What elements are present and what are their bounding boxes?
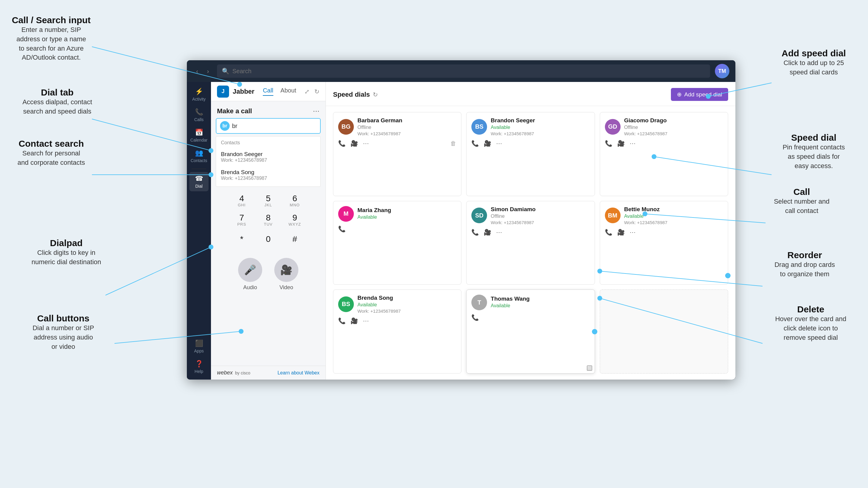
call-icon-simon[interactable]: 📞 [471,229,479,236]
add-speed-dial-icon: ⊕ [677,91,682,98]
sidebar-item-activity[interactable]: ⚡ Activity [189,85,209,104]
contact-name-brenda: Brenda Song [221,169,315,175]
card-status-bettie: Available [624,214,723,219]
search-icon: 🔍 [222,67,229,75]
key-4[interactable]: 4 GHI [231,192,253,210]
video-icon-giacomo[interactable]: 🎥 [617,140,625,147]
contact-item-brandon[interactable]: Brandon Seeger Work: +12345678987 [216,148,320,166]
call-icon-maria[interactable]: 📞 [338,225,346,233]
card-top-thomas: T Thomas Wang Available [471,295,590,310]
call-icon-thomas[interactable]: 📞 [471,314,479,321]
user-avatar[interactable]: TM [715,64,730,78]
ann-body-call: Select number andcall contact [760,197,844,216]
card-name-brandon: Brandon Seeger [491,117,590,124]
key-hash[interactable]: # [284,230,306,248]
ann-title-call-buttons: Call buttons [18,313,108,324]
key-7-number: 7 [239,214,244,222]
nav-call[interactable]: Call [263,87,273,96]
sidebar-item-calls[interactable]: 📞 Calls [189,105,209,125]
call-icon-giacomo[interactable]: 📞 [605,140,613,147]
video-icon-barbara[interactable]: 🎥 [350,140,358,147]
delete-icon-barbara[interactable]: 🗑 [450,140,456,147]
video-icon-brenda[interactable]: 🎥 [350,317,358,324]
cisco-text: by cisco [235,370,250,375]
dialpad: 4 GHI 5 JKL 6 MNO [211,187,326,253]
ann-title-call-search: Call / Search input [6,15,96,25]
sidebar-item-calendar[interactable]: 📅 Calendar [189,126,209,145]
key-star[interactable]: * [231,230,253,248]
annotation-dialpad: Dialpad Click digits to key innumeric di… [24,238,108,267]
video-icon-simon[interactable]: 🎥 [484,229,491,236]
more-icon-brenda[interactable]: ⋯ [363,317,369,324]
ann-title-add-speed-dial: Add speed dial [766,48,862,59]
card-status-brandon: Available [491,125,590,130]
annotation-call-search: Call / Search input Enter a number, SIPa… [6,15,96,62]
search-bar[interactable]: 🔍 [217,64,710,78]
speed-dial-card-bettie: BM Bettie Munoz Available Work: +1234567… [600,201,728,285]
key-9-number: 9 [292,214,297,222]
ann-body-call-search: Enter a number, SIPaddress or type a nam… [6,25,96,62]
video-call-label: Video [279,284,293,291]
avatar-face-brenda: BS [338,296,354,312]
call-icon-brandon[interactable]: 📞 [471,140,479,147]
card-status-barbara: Offline [358,125,456,130]
key-9[interactable]: 9 WXYZ [284,211,306,229]
ann-body-call-buttons: Dial a number or SIPaddress using audioo… [18,324,108,351]
sidebar-item-help[interactable]: ❓ Help [189,357,209,377]
call-icon-brenda[interactable]: 📞 [338,317,346,324]
more-icon-simon[interactable]: ⋯ [496,229,502,236]
app-nav: Call About [263,87,296,96]
contact-item-brenda[interactable]: Brenda Song Work: +12345678987 [216,166,320,184]
more-icon-giacomo[interactable]: ⋯ [629,140,636,147]
speed-dial-grid: BG Barbara German Offline Work: +1234567… [326,106,735,380]
calendar-icon: 📅 [195,129,203,136]
nav-about[interactable]: About [281,87,296,96]
key-0-number: 0 [266,235,271,243]
card-phone-barbara: Work: +12345678987 [358,131,456,136]
activity-icon: ⚡ [195,88,203,96]
speed-dial-card-barbara: BG Barbara German Offline Work: +1234567… [333,112,461,196]
speed-dial-card-thomas: T Thomas Wang Available 📞 [466,290,595,373]
search-input[interactable] [232,68,705,75]
key-7-letters: PRS [237,222,246,227]
speed-dials-refresh-icon[interactable]: ↻ [373,91,378,98]
sidebar-item-apps[interactable]: ⬛ Apps [189,337,209,356]
more-icon-brandon[interactable]: ⋯ [496,140,502,147]
key-5[interactable]: 5 JKL [257,192,279,210]
more-icon-bettie[interactable]: ⋯ [629,229,636,236]
forward-arrow[interactable]: › [204,67,212,75]
refresh-ctrl-icon[interactable]: ↻ [314,88,319,95]
card-phone-brandon: Work: +12345678987 [491,131,590,136]
add-speed-dial-button[interactable]: ⊕ Add speed dial [671,88,728,101]
dial-input[interactable] [232,123,316,130]
card-actions-giacomo: 📞 🎥 ⋯ [605,140,723,147]
contact-phone-brenda: Work: +12345678987 [221,175,315,181]
key-8[interactable]: 8 TUV [257,211,279,229]
key-0[interactable]: 0 [257,230,279,248]
audio-call-button[interactable]: 🎤 Audio [238,258,262,291]
sidebar-item-contacts[interactable]: 👥 Contacts [189,147,209,166]
call-icon-bettie[interactable]: 📞 [605,229,613,236]
learn-more-link[interactable]: Learn about Webex [278,370,319,376]
dial-icon: ☎ [195,175,203,183]
video-icon-bettie[interactable]: 🎥 [617,229,625,236]
card-info-simon: Simon Damiamo Offline Work: +12345678987 [491,206,590,225]
video-icon-brandon[interactable]: 🎥 [484,140,491,147]
sidebar-item-dial[interactable]: ☎ Dial [189,172,209,191]
back-arrow[interactable]: ‹ [193,67,201,75]
more-options-icon[interactable]: ⋯ [313,107,319,115]
call-icon-barbara[interactable]: 📞 [338,140,346,147]
annotation-call-buttons: Call buttons Dial a number or SIPaddress… [18,313,108,351]
speed-dials-title-wrap: Speed dials ↻ [333,91,378,98]
expand-icon[interactable]: ⤢ [304,88,310,95]
key-6[interactable]: 6 MNO [284,192,306,210]
annotation-speed-dial: Speed dial Pin frequent contactsas speed… [769,133,859,170]
ann-title-dialpad: Dialpad [24,238,108,248]
card-status-giacomo: Offline [624,125,723,130]
contacts-dropdown: Contacts Brandon Seeger Work: +123456789… [216,136,321,187]
card-phone-giacomo: Work: +12345678987 [624,131,723,136]
more-icon-barbara[interactable]: ⋯ [363,140,369,147]
key-7[interactable]: 7 PRS [231,211,253,229]
video-call-button[interactable]: 🎥 Video [274,258,299,291]
avatar-brandon: BS [471,119,487,135]
